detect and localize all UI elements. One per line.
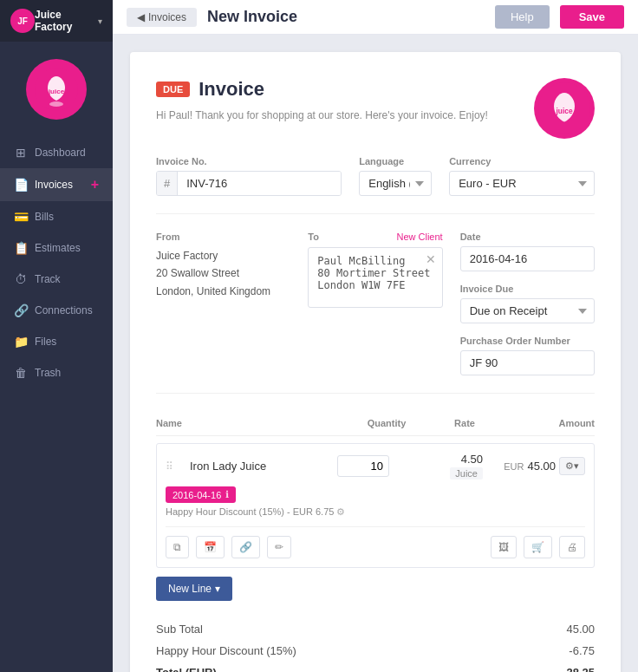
breadcrumb-label: Invoices [148, 11, 186, 23]
breadcrumb-button[interactable]: ◀ Invoices [127, 8, 197, 27]
totals-section: Sub Total 45.00 Happy Hour Discount (15%… [156, 618, 595, 672]
sidebar: JF Juice Factory ▾ juice ⊞ Dashboard 📄 I… [0, 0, 113, 672]
to-textarea-wrapper: Paul McBilling 80 Mortimer Street London… [308, 247, 442, 310]
invoice-due-label: Invoice Due [460, 284, 595, 294]
rate-tag: Juice [450, 467, 483, 480]
drag-handle-icon[interactable]: ⠿ [166, 460, 183, 473]
print-icon-btn[interactable]: 🖨 [559, 536, 585, 558]
save-button[interactable]: Save [560, 5, 624, 29]
sidebar-item-estimates[interactable]: 📋 Estimates [0, 232, 113, 264]
invoice-due-group: Invoice Due Due on Receipt [460, 284, 595, 323]
bills-icon: 💳 [14, 210, 28, 224]
line-name-input[interactable] [190, 460, 330, 473]
date-section: Date Invoice Due Due on Receipt Purchase… [460, 232, 595, 375]
from-address: Juice Factory 20 Swallow Street London, … [156, 247, 290, 300]
rate-value: 4.50 [461, 453, 483, 466]
rate-area: 4.50 Juice [413, 453, 483, 480]
date-pill: 2016-04-16 ℹ [166, 486, 236, 503]
duplicate-icon-btn[interactable]: ⧉ [166, 536, 189, 558]
sidebar-chevron-icon: ▾ [98, 16, 102, 26]
image-icon-btn[interactable]: 🖼 [491, 536, 517, 558]
page-title: New Invoice [207, 8, 297, 26]
back-chevron-icon: ◀ [137, 11, 145, 23]
invoice-no-wrapper: # [156, 171, 342, 196]
line-amount: 45.00 [527, 460, 556, 473]
col-name: Name [156, 418, 343, 428]
invoice-meta-row: Invoice No. # Language English (US) Curr… [156, 156, 595, 196]
due-badge: DUE [156, 82, 190, 97]
invoice-title: Invoice [199, 78, 264, 101]
date-pill-info-icon[interactable]: ℹ [225, 489, 229, 500]
link-icon-btn[interactable]: 🔗 [231, 536, 260, 558]
discount-text: Happy Hour Discount (15%) - EUR 6.75 ⚙ [166, 506, 585, 518]
sidebar-item-track[interactable]: ⏱ Track [0, 264, 113, 295]
discount-row: Happy Hour Discount (15%) -6.75 [156, 640, 595, 662]
discount-row-label: Happy Hour Discount (15%) [156, 644, 296, 657]
sidebar-logo-area: juice [26, 42, 87, 128]
topbar: ◀ Invoices New Invoice Help Save [113, 0, 638, 35]
content-area: DUE Invoice Hi Paul! Thank you for shopp… [113, 35, 638, 672]
sidebar-item-label: Connections [35, 304, 93, 316]
line-items-header: Name Quantity Rate Amount [156, 411, 595, 436]
estimates-icon: 📋 [14, 241, 28, 255]
date-input[interactable] [460, 246, 595, 271]
currency-group: Currency Euro - EUR [449, 156, 595, 196]
cart-icon-btn[interactable]: 🛒 [524, 536, 552, 558]
line-item-top: ⠿ 4.50 Juice EUR 45.00 ⚙▾ [166, 453, 585, 480]
dashboard-icon: ⊞ [14, 146, 28, 160]
subtotal-value: 45.00 [566, 623, 595, 636]
total-label: Total (EUR) [156, 666, 217, 672]
date-group: Date Invoice Due Due on Receipt Purchase… [460, 232, 595, 375]
invoice-no-group: Invoice No. # [156, 156, 342, 196]
sidebar-item-connections[interactable]: 🔗 Connections [0, 295, 113, 326]
language-label: Language [359, 156, 432, 166]
invoice-logo: juice [534, 78, 595, 139]
help-button[interactable]: Help [495, 5, 550, 29]
svg-text:juice: juice [48, 88, 65, 95]
svg-point-1 [49, 101, 63, 107]
to-group: To New Client Paul McBilling 80 Mortimer… [308, 232, 442, 375]
sidebar-item-label: Dashboard [35, 147, 86, 159]
track-icon: ⏱ [14, 272, 28, 286]
to-address-input[interactable]: Paul McBilling 80 Mortimer Street London… [308, 247, 442, 308]
new-line-button[interactable]: New Line ▾ [156, 577, 232, 601]
discount-row-value: -6.75 [569, 644, 595, 657]
sidebar-item-invoices[interactable]: 📄 Invoices + [0, 168, 113, 201]
discount-info-icon[interactable]: ⚙ [336, 506, 345, 517]
new-client-link[interactable]: New Client [396, 232, 442, 242]
sidebar-avatar: JF [10, 9, 35, 33]
currency-label: Currency [449, 156, 595, 166]
invoice-greeting: Hi Paul! Thank you for shopping at our s… [156, 109, 488, 121]
language-group: Language English (US) [359, 156, 432, 196]
language-select[interactable]: English (US) [359, 171, 432, 196]
sidebar-item-trash[interactable]: 🗑 Trash [0, 357, 113, 388]
trash-icon: 🗑 [14, 366, 28, 380]
sidebar-item-dashboard[interactable]: ⊞ Dashboard [0, 137, 113, 168]
sidebar-item-bills[interactable]: 💳 Bills [0, 201, 113, 232]
invoice-due-select[interactable]: Due on Receipt [460, 298, 595, 323]
date-label: Date [460, 232, 595, 242]
po-input[interactable] [460, 350, 595, 375]
new-line-chevron-icon: ▾ [215, 583, 220, 595]
line-gear-button[interactable]: ⚙▾ [559, 457, 585, 475]
to-close-icon[interactable]: ✕ [426, 252, 436, 266]
calendar-icon-btn[interactable]: 📅 [196, 536, 225, 558]
sidebar-item-files[interactable]: 📁 Files [0, 326, 113, 357]
sidebar-logo: juice [26, 59, 87, 120]
quantity-input[interactable] [337, 455, 389, 477]
sidebar-item-label: Files [35, 336, 56, 348]
line-item-actions: ⧉ 📅 🔗 ✏ 🖼 🛒 🖨 [166, 526, 585, 558]
nav-plus-icon[interactable]: + [91, 177, 99, 192]
invoice-header: DUE Invoice Hi Paul! Thank you for shopp… [156, 78, 595, 142]
line-currency: EUR [504, 461, 524, 472]
date-pill-value: 2016-04-16 [173, 490, 221, 500]
sidebar-header[interactable]: JF Juice Factory ▾ [0, 0, 113, 42]
amount-area: EUR 45.00 ⚙▾ [490, 457, 585, 475]
edit-icon-btn[interactable]: ✏ [267, 536, 291, 558]
sidebar-item-label: Bills [35, 211, 54, 223]
currency-select[interactable]: Euro - EUR [449, 171, 595, 196]
date-form-group: Date [460, 232, 595, 271]
invoice-no-input[interactable] [178, 172, 341, 195]
sidebar-nav: ⊞ Dashboard 📄 Invoices + 💳 Bills 📋 Estim… [0, 137, 113, 388]
from-to-date-row: From Juice Factory 20 Swallow Street Lon… [156, 232, 595, 375]
